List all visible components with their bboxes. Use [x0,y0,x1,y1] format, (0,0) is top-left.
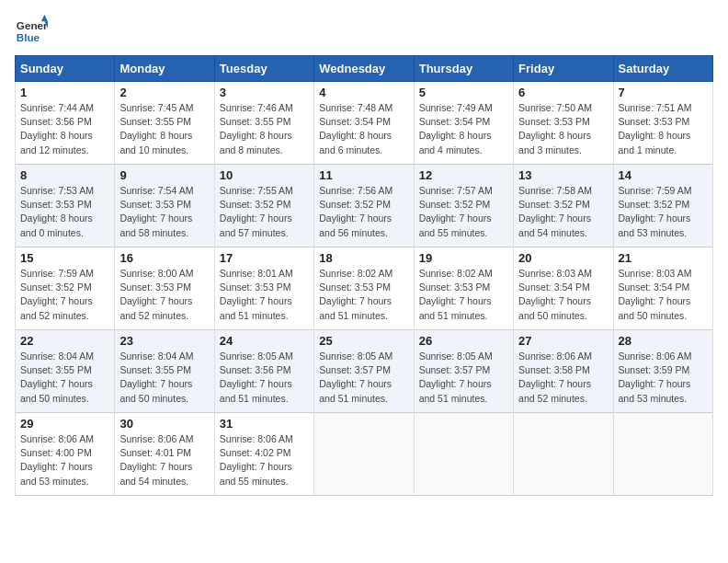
calendar-cell: 26 Sunrise: 8:05 AM Sunset: 3:57 PM Dayl… [414,330,513,413]
calendar-cell: 21 Sunrise: 8:03 AM Sunset: 3:54 PM Dayl… [613,247,712,330]
week-row-5: 29 Sunrise: 8:06 AM Sunset: 4:00 PM Dayl… [16,413,713,496]
day-header-tuesday: Tuesday [214,56,313,82]
day-info: Sunrise: 7:59 AM Sunset: 3:52 PM Dayligh… [20,267,109,323]
calendar-cell: 20 Sunrise: 8:03 AM Sunset: 3:54 PM Dayl… [514,247,613,330]
calendar-cell: 29 Sunrise: 8:06 AM Sunset: 4:00 PM Dayl… [16,413,115,496]
calendar-cell: 24 Sunrise: 8:05 AM Sunset: 3:56 PM Dayl… [214,330,313,413]
day-info: Sunrise: 7:49 AM Sunset: 3:54 PM Dayligh… [419,101,508,157]
page-header: General Blue [15,15,713,48]
calendar-cell: 17 Sunrise: 8:01 AM Sunset: 3:53 PM Dayl… [214,247,313,330]
day-info: Sunrise: 8:06 AM Sunset: 4:01 PM Dayligh… [119,432,209,488]
day-number: 8 [20,168,109,182]
calendar-cell: 15 Sunrise: 7:59 AM Sunset: 3:52 PM Dayl… [16,247,115,330]
day-number: 18 [319,251,408,265]
day-number: 1 [20,86,109,99]
calendar-cell: 9 Sunrise: 7:54 AM Sunset: 3:53 PM Dayli… [115,165,214,247]
day-info: Sunrise: 8:05 AM Sunset: 3:56 PM Dayligh… [220,350,309,406]
day-info: Sunrise: 8:05 AM Sunset: 3:57 PM Dayligh… [319,350,408,406]
day-info: Sunrise: 8:01 AM Sunset: 3:53 PM Dayligh… [220,267,309,323]
day-info: Sunrise: 7:57 AM Sunset: 3:52 PM Dayligh… [419,184,508,240]
day-info: Sunrise: 8:06 AM Sunset: 3:58 PM Dayligh… [518,350,608,406]
day-number: 21 [619,251,708,265]
day-info: Sunrise: 8:05 AM Sunset: 3:57 PM Dayligh… [419,350,508,406]
calendar-cell: 12 Sunrise: 7:57 AM Sunset: 3:52 PM Dayl… [414,165,513,247]
day-number: 16 [119,251,209,265]
calendar-cell: 22 Sunrise: 8:04 AM Sunset: 3:55 PM Dayl… [16,330,115,413]
day-number: 6 [518,86,608,99]
day-number: 25 [319,334,408,348]
day-info: Sunrise: 7:48 AM Sunset: 3:54 PM Dayligh… [319,101,408,157]
calendar-cell [414,413,513,496]
day-number: 17 [220,251,309,265]
day-number: 28 [619,334,708,348]
day-info: Sunrise: 7:54 AM Sunset: 3:53 PM Dayligh… [119,184,209,240]
calendar-cell [613,413,712,496]
day-info: Sunrise: 7:50 AM Sunset: 3:53 PM Dayligh… [518,101,608,157]
day-info: Sunrise: 8:06 AM Sunset: 3:59 PM Dayligh… [619,350,708,406]
calendar-cell: 30 Sunrise: 8:06 AM Sunset: 4:01 PM Dayl… [115,413,214,496]
day-number: 2 [119,86,209,99]
day-header-friday: Friday [514,56,613,82]
calendar-cell: 5 Sunrise: 7:49 AM Sunset: 3:54 PM Dayli… [414,82,513,165]
day-number: 11 [319,168,408,182]
day-info: Sunrise: 8:03 AM Sunset: 3:54 PM Dayligh… [619,267,708,323]
calendar-cell: 19 Sunrise: 8:02 AM Sunset: 3:53 PM Dayl… [414,247,513,330]
day-info: Sunrise: 8:06 AM Sunset: 4:02 PM Dayligh… [220,432,309,488]
calendar-cell: 7 Sunrise: 7:51 AM Sunset: 3:53 PM Dayli… [613,82,712,165]
day-header-saturday: Saturday [613,56,712,82]
day-info: Sunrise: 7:55 AM Sunset: 3:52 PM Dayligh… [220,184,309,240]
calendar-cell: 31 Sunrise: 8:06 AM Sunset: 4:02 PM Dayl… [214,413,313,496]
logo-icon: General Blue [15,15,48,48]
calendar-cell: 11 Sunrise: 7:56 AM Sunset: 3:52 PM Dayl… [314,165,414,247]
day-info: Sunrise: 8:03 AM Sunset: 3:54 PM Dayligh… [518,267,608,323]
day-header-wednesday: Wednesday [314,56,414,82]
day-number: 5 [419,86,508,99]
day-number: 4 [319,86,408,99]
day-number: 13 [518,168,608,182]
calendar-cell: 4 Sunrise: 7:48 AM Sunset: 3:54 PM Dayli… [314,82,414,165]
day-info: Sunrise: 8:00 AM Sunset: 3:53 PM Dayligh… [119,267,209,323]
day-number: 24 [220,334,309,348]
day-number: 27 [518,334,608,348]
svg-text:Blue: Blue [17,31,40,43]
day-number: 15 [20,251,109,265]
day-info: Sunrise: 7:51 AM Sunset: 3:53 PM Dayligh… [619,101,708,157]
svg-marker-2 [41,15,48,21]
calendar-cell: 3 Sunrise: 7:46 AM Sunset: 3:55 PM Dayli… [214,82,313,165]
day-info: Sunrise: 7:45 AM Sunset: 3:55 PM Dayligh… [119,101,209,157]
day-info: Sunrise: 8:06 AM Sunset: 4:00 PM Dayligh… [20,432,109,488]
day-header-sunday: Sunday [16,56,115,82]
day-header-monday: Monday [115,56,214,82]
day-number: 23 [119,334,209,348]
day-info: Sunrise: 7:53 AM Sunset: 3:53 PM Dayligh… [20,184,109,240]
day-number: 9 [119,168,209,182]
calendar-cell: 14 Sunrise: 7:59 AM Sunset: 3:52 PM Dayl… [613,165,712,247]
calendar-cell: 23 Sunrise: 8:04 AM Sunset: 3:55 PM Dayl… [115,330,214,413]
calendar-cell: 18 Sunrise: 8:02 AM Sunset: 3:53 PM Dayl… [314,247,414,330]
day-info: Sunrise: 7:44 AM Sunset: 3:56 PM Dayligh… [20,101,109,157]
day-info: Sunrise: 7:46 AM Sunset: 3:55 PM Dayligh… [220,101,309,157]
day-number: 7 [619,86,708,99]
calendar-cell: 10 Sunrise: 7:55 AM Sunset: 3:52 PM Dayl… [214,165,313,247]
day-number: 31 [220,417,309,431]
week-row-3: 15 Sunrise: 7:59 AM Sunset: 3:52 PM Dayl… [16,247,713,330]
calendar-table: SundayMondayTuesdayWednesdayThursdayFrid… [15,55,713,496]
days-header-row: SundayMondayTuesdayWednesdayThursdayFrid… [16,56,713,82]
day-info: Sunrise: 8:04 AM Sunset: 3:55 PM Dayligh… [20,350,109,406]
day-number: 10 [220,168,309,182]
day-header-thursday: Thursday [414,56,513,82]
week-row-2: 8 Sunrise: 7:53 AM Sunset: 3:53 PM Dayli… [16,165,713,247]
day-info: Sunrise: 8:04 AM Sunset: 3:55 PM Dayligh… [119,350,209,406]
day-number: 29 [20,417,109,431]
day-number: 12 [419,168,508,182]
day-number: 14 [619,168,708,182]
calendar-cell: 8 Sunrise: 7:53 AM Sunset: 3:53 PM Dayli… [16,165,115,247]
day-info: Sunrise: 8:02 AM Sunset: 3:53 PM Dayligh… [419,267,508,323]
logo: General Blue [15,15,48,48]
day-info: Sunrise: 7:56 AM Sunset: 3:52 PM Dayligh… [319,184,408,240]
calendar-cell [314,413,414,496]
day-number: 26 [419,334,508,348]
day-info: Sunrise: 7:59 AM Sunset: 3:52 PM Dayligh… [619,184,708,240]
week-row-4: 22 Sunrise: 8:04 AM Sunset: 3:55 PM Dayl… [16,330,713,413]
calendar-cell: 13 Sunrise: 7:58 AM Sunset: 3:52 PM Dayl… [514,165,613,247]
